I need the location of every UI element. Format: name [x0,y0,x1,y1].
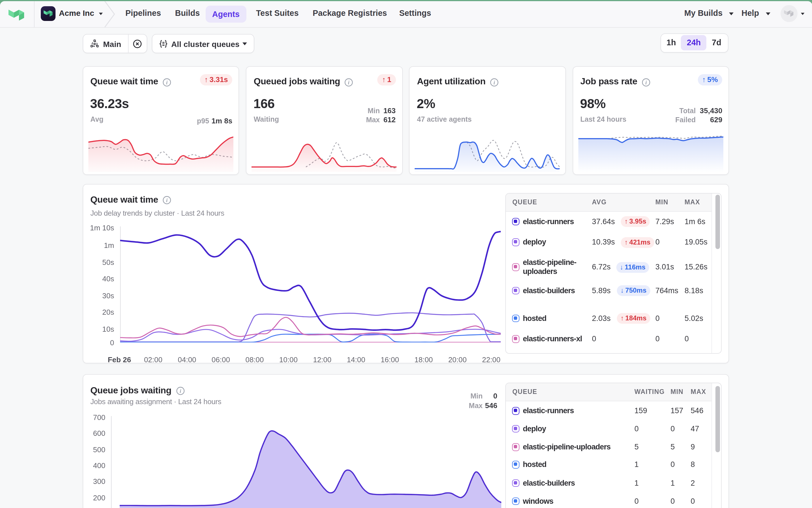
svg-text:i: i [348,79,350,85]
svg-text:i: i [166,197,168,203]
svg-text:i: i [493,79,495,85]
svg-text:i: i [645,79,647,85]
svg-text:i: i [166,79,168,85]
